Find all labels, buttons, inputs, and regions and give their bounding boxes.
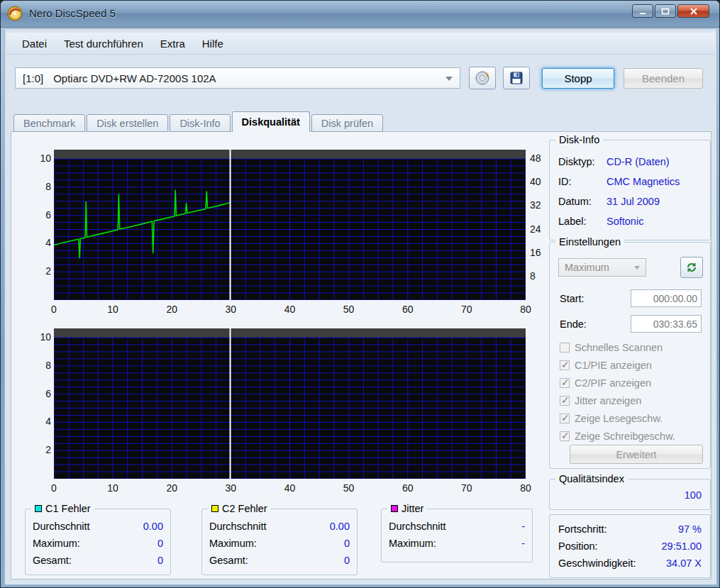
disk-info-title: Disk-Info: [555, 134, 603, 145]
tab-disk-pruefen[interactable]: Disk prüfen: [311, 114, 383, 132]
checkbox-icon: [560, 414, 570, 423]
axis-tick: 30: [220, 304, 241, 315]
axis-tick: 24: [530, 223, 550, 235]
disk-label-label: Label:: [558, 216, 607, 227]
axis-tick: 8: [23, 181, 51, 192]
start-field-row: Start:: [560, 289, 702, 307]
settings-title: Einstellungen: [555, 236, 624, 248]
end-label: Ende:: [560, 318, 587, 330]
close-button[interactable]: [677, 4, 709, 18]
progress-group: Fortschritt: 97 % Position: 29:51.00 Ges…: [549, 514, 711, 578]
jitter-avg-label: Durchschnitt: [389, 521, 446, 532]
c1-avg-value: 0.00: [143, 521, 163, 532]
checkbox-icon: [560, 360, 570, 370]
save-button[interactable]: [503, 67, 530, 89]
disk-label-row: Label: Softonic: [558, 216, 704, 227]
tab-diskqualitaet[interactable]: Diskqualität: [232, 111, 310, 132]
progress-value: 97 %: [678, 523, 702, 535]
refresh-button[interactable]: [680, 257, 703, 278]
axis-tick: 40: [279, 304, 301, 315]
end-input[interactable]: [631, 315, 702, 333]
axis-tick: 70: [456, 482, 477, 494]
c2-errors-legend: C2 Fehler: [208, 503, 271, 514]
c1-avg-row: Durchschnitt 0.00: [33, 521, 163, 532]
axis-tick: 10: [102, 304, 123, 315]
quit-button[interactable]: Beenden: [624, 68, 703, 89]
checkbox-show-write-speed[interactable]: Zeige Schreibgeschw.: [560, 429, 675, 443]
burn-disc-button[interactable]: [469, 67, 496, 89]
axis-tick: 16: [530, 247, 550, 258]
save-icon: [509, 71, 524, 85]
axis-tick: 80: [515, 304, 536, 315]
minimize-button[interactable]: [632, 4, 653, 18]
end-field-row: Ende:: [560, 315, 702, 333]
axis-tick: 20: [161, 482, 182, 494]
disk-date-value: 31 Jul 2009: [607, 196, 660, 207]
axis-tick: 80: [515, 482, 536, 494]
speed-value: 34.07 X: [666, 558, 702, 569]
c1-max-value: 0: [157, 538, 163, 549]
c2-errors-group: C2 Fehler Durchschnitt 0.00 Maximum: 0 G…: [201, 509, 358, 575]
axis-tick: 0: [43, 482, 65, 494]
c1-max-label: Maximum:: [33, 538, 80, 549]
menu-hilfe[interactable]: Hilfe: [194, 35, 232, 52]
start-input[interactable]: [631, 289, 702, 307]
refresh-icon: [685, 261, 698, 274]
stop-button[interactable]: Stopp: [542, 68, 614, 89]
jitter-legend: Jitter: [387, 503, 427, 514]
checkbox-icon: [560, 343, 570, 353]
advanced-button[interactable]: Erweitert: [570, 445, 703, 464]
tab-benchmark[interactable]: Benchmark: [13, 114, 85, 132]
menu-datei[interactable]: Datei: [13, 35, 55, 52]
axis-tick: 60: [397, 482, 419, 494]
c1-avg-label: Durchschnitt: [33, 521, 90, 532]
chart-bottom: 24681001020304050607080: [22, 327, 550, 497]
jitter-avg-value: -: [521, 521, 525, 532]
quality-index-value: 100: [685, 489, 702, 501]
axis-tick: 60: [397, 304, 419, 315]
chevron-down-icon: [445, 77, 453, 81]
maximize-button[interactable]: [655, 4, 676, 18]
quality-index-title: Qualitätsindex: [555, 473, 628, 484]
c1-total-value: 0: [157, 555, 163, 566]
axis-tick: 20: [161, 304, 182, 315]
c2-max-value: 0: [344, 538, 350, 549]
disk-type-value: CD-R (Daten): [607, 156, 670, 167]
disk-info-group: Disk-Info Disktyp: CD-R (Daten) ID: CMC …: [549, 140, 711, 240]
c2-total-value: 0: [344, 555, 350, 566]
speed-label: Geschwindigkeit:: [558, 558, 636, 569]
jitter-title: Jitter: [401, 503, 423, 514]
disc-icon: [475, 70, 490, 86]
checkbox-icon: [560, 396, 570, 406]
checkbox-jitter[interactable]: Jitter anzeigen: [560, 394, 641, 408]
jitter-max-row: Maximum: -: [389, 538, 525, 549]
drive-selector[interactable]: [1:0] Optiarc DVD+RW AD-7200S 102A: [15, 67, 460, 89]
checkbox-icon: [560, 431, 570, 441]
checkbox-show-read-speed[interactable]: Zeige Lesegeschw.: [560, 411, 663, 426]
axis-tick: 50: [338, 482, 360, 494]
tab-disk-info[interactable]: Disk-Info: [170, 114, 230, 132]
settings-group: Einstellungen Maximum Start: Ende: Schne…: [549, 242, 711, 469]
start-label: Start:: [560, 293, 585, 304]
disk-type-row: Disktyp: CD-R (Daten): [558, 156, 704, 167]
menubar: Datei Test durchführen Extra Hilfe: [6, 33, 715, 55]
checkbox-fast-scan[interactable]: Schnelles Scannen: [560, 340, 663, 355]
axis-tick: 40: [279, 482, 301, 494]
c1-errors-group: C1 Fehler Durchschnitt 0.00 Maximum: 0 G…: [25, 509, 171, 575]
jitter-color-swatch-icon: [391, 505, 398, 512]
tab-disk-erstellen[interactable]: Disk erstellen: [87, 114, 168, 132]
checkbox-icon: [560, 378, 570, 388]
speed-selector[interactable]: Maximum: [558, 258, 646, 277]
chart-bottom-plot: [54, 328, 526, 479]
menu-extra[interactable]: Extra: [152, 35, 194, 52]
speed-row: Geschwindigkeit: 34.07 X: [558, 558, 702, 569]
quality-index-group: Qualitätsindex 100: [549, 479, 711, 510]
menu-test-durchfuehren[interactable]: Test durchführen: [55, 35, 152, 52]
chart-top-plot: [54, 150, 526, 300]
jitter-group: Jitter Durchschnitt - Maximum: -: [381, 509, 533, 562]
axis-tick: 2: [23, 444, 51, 455]
checkbox-c2-pif[interactable]: C2/PIF anzeigen: [560, 376, 651, 390]
checkbox-c1-pie[interactable]: C1/PIE anzeigen: [560, 358, 652, 372]
c1-errors-legend: C1 Fehler: [31, 503, 94, 514]
progress-label: Fortschritt:: [558, 523, 607, 535]
